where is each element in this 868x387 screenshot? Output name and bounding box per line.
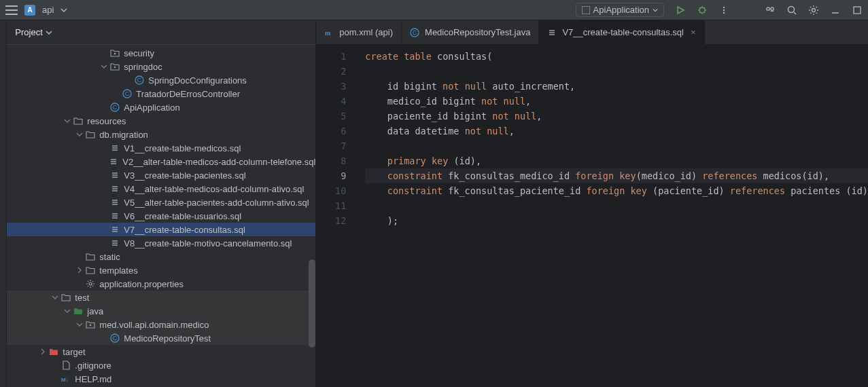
tree-item[interactable]: V4__alter-table-medicos-add-column-ativo… bbox=[7, 182, 315, 196]
code-line[interactable]: constraint fk_consultas_paciente_id fore… bbox=[365, 183, 868, 198]
run-button[interactable] bbox=[675, 5, 686, 16]
code-line[interactable]: constraint fk_consultas_medico_id foreig… bbox=[365, 168, 868, 183]
chevron-down-icon[interactable] bbox=[99, 62, 109, 71]
tree-item[interactable]: med.voll.api.domain.medico bbox=[7, 318, 315, 331]
tree-item-label: V2__alter-table-medicos-add-column-telef… bbox=[122, 157, 315, 167]
project-panel-header[interactable]: Project bbox=[7, 20, 315, 45]
tree-item-label: V6__create-table-usuarios.sql bbox=[124, 211, 241, 221]
tree-item-label: test bbox=[75, 293, 89, 303]
svg-rect-9 bbox=[854, 7, 861, 14]
code-line[interactable]: paciente_id bigint not null, bbox=[365, 109, 868, 124]
tree-item[interactable]: CMedicoRepositoryTest bbox=[7, 331, 315, 345]
tree-item[interactable]: .gitignore bbox=[7, 358, 315, 372]
scrollbar-thumb[interactable] bbox=[309, 259, 315, 348]
chevron-down-icon bbox=[653, 7, 658, 13]
code-line[interactable] bbox=[365, 198, 868, 213]
chevron-down-icon[interactable] bbox=[75, 130, 84, 139]
code-line[interactable]: data datetime not null, bbox=[365, 124, 868, 139]
line-number: 11 bbox=[316, 198, 346, 213]
line-number: 7 bbox=[316, 139, 346, 153]
class-icon: C bbox=[122, 89, 132, 98]
tree-item[interactable]: db.migration bbox=[7, 128, 315, 141]
editor-tab[interactable]: mpom.xml (api) bbox=[316, 20, 402, 44]
tree-item[interactable]: V8__create-table-motivo-cancelamento.sql bbox=[7, 236, 315, 250]
chevron-down-icon[interactable] bbox=[60, 7, 67, 14]
line-number: 2 bbox=[316, 64, 346, 79]
tree-item[interactable]: static bbox=[7, 250, 315, 263]
code-line[interactable]: create table consultas( bbox=[365, 49, 868, 64]
main-menu-icon[interactable] bbox=[5, 5, 18, 15]
tree-item[interactable]: resources bbox=[7, 114, 315, 128]
tree-item[interactable]: target bbox=[7, 345, 315, 358]
line-number: 8 bbox=[316, 153, 346, 168]
tree-item[interactable]: CTratadorDeErrosController bbox=[7, 87, 315, 100]
debug-button[interactable] bbox=[697, 5, 708, 16]
tree-item[interactable]: CSpringDocConfigurations bbox=[7, 73, 315, 87]
search-icon[interactable] bbox=[786, 5, 797, 16]
svg-point-5 bbox=[767, 7, 769, 10]
maximize-icon[interactable] bbox=[852, 5, 863, 16]
tree-item-label: V8__create-table-motivo-cancelamento.sql bbox=[124, 238, 292, 248]
settings-icon[interactable] bbox=[808, 5, 819, 16]
chevron-right-icon[interactable] bbox=[75, 265, 84, 275]
tree-item[interactable]: V6__create-table-usuarios.sql bbox=[7, 209, 315, 223]
tree-item[interactable]: springdoc bbox=[7, 60, 315, 73]
chevron-down-icon[interactable] bbox=[63, 306, 72, 316]
code-line[interactable]: id bigint not null auto_increment, bbox=[365, 79, 868, 94]
svg-text:C: C bbox=[137, 77, 142, 84]
tree-item[interactable]: security bbox=[7, 46, 315, 60]
code-content[interactable]: create table consultas( id bigint not nu… bbox=[355, 45, 868, 387]
tree-item[interactable]: java bbox=[7, 304, 315, 318]
editor-tab[interactable]: CMedicoRepositoryTest.java bbox=[402, 20, 539, 44]
tree-item-label: ApiApplication bbox=[124, 103, 179, 113]
tree-item-label: V3__create-table-pacientes.sql bbox=[124, 170, 245, 181]
code-line[interactable] bbox=[365, 139, 868, 153]
tree-item[interactable]: V1__create-table-medicos.sql bbox=[7, 141, 315, 155]
code-line[interactable]: ); bbox=[365, 213, 868, 228]
code-with-me-icon[interactable] bbox=[765, 5, 776, 16]
sql-icon bbox=[110, 143, 120, 153]
folder-icon bbox=[61, 293, 71, 302]
file-icon bbox=[61, 361, 71, 370]
tree-item[interactable]: application.properties bbox=[7, 277, 315, 291]
run-configurations-dropdown[interactable]: ApiApplication bbox=[576, 3, 664, 17]
svg-point-11 bbox=[114, 67, 116, 69]
chevron-down-icon[interactable] bbox=[50, 293, 60, 302]
tree-item[interactable]: M↓HELP.md bbox=[7, 372, 315, 386]
close-icon[interactable]: × bbox=[691, 27, 696, 37]
tree-item[interactable]: templates bbox=[7, 263, 315, 277]
minimize-icon[interactable] bbox=[830, 5, 841, 16]
chevron-down-icon[interactable] bbox=[63, 116, 72, 126]
tree-item[interactable]: V5__alter-table-pacientes-add-column-ati… bbox=[7, 196, 315, 209]
project-tree[interactable]: securityspringdocCSpringDocConfiguration… bbox=[7, 45, 315, 387]
project-tool-window: Project securityspringdocCSpringDocConfi… bbox=[7, 20, 316, 387]
code-line[interactable] bbox=[365, 64, 868, 79]
chevron-down-icon[interactable] bbox=[75, 320, 84, 329]
project-badge-icon: A bbox=[24, 5, 35, 16]
sql-icon bbox=[110, 184, 120, 194]
editor-gutter: 123456789101112 bbox=[316, 45, 355, 387]
tree-item[interactable]: CApiApplication bbox=[7, 100, 315, 114]
main-area: Project securityspringdocCSpringDocConfi… bbox=[0, 20, 868, 387]
project-name[interactable]: api bbox=[42, 5, 54, 15]
svg-point-4 bbox=[723, 12, 725, 13]
editor-tab[interactable]: V7__create-table-consultas.sql× bbox=[539, 20, 704, 44]
line-number: 9 bbox=[316, 168, 346, 183]
tool-window-rail[interactable] bbox=[0, 20, 7, 387]
svg-point-10 bbox=[114, 53, 116, 55]
class-icon: C bbox=[110, 333, 120, 343]
more-actions-icon[interactable] bbox=[718, 5, 729, 16]
tree-item[interactable]: V7__create-table-consultas.sql bbox=[7, 223, 315, 236]
tree-item-label: resources bbox=[87, 116, 126, 126]
chevron-right-icon[interactable] bbox=[38, 347, 48, 356]
code-line[interactable]: primary key (id), bbox=[365, 153, 868, 168]
tree-item-label: SpringDocConfigurations bbox=[148, 75, 247, 86]
tree-item[interactable]: V3__create-table-pacientes.sql bbox=[7, 168, 315, 182]
tree-item[interactable]: V2__alter-table-medicos-add-column-telef… bbox=[7, 155, 315, 168]
tree-item[interactable]: test bbox=[7, 291, 315, 304]
tree-item-label: V7__create-table-consultas.sql bbox=[124, 225, 245, 235]
svg-point-19 bbox=[90, 325, 92, 327]
svg-text:m: m bbox=[325, 29, 331, 37]
svg-point-2 bbox=[723, 6, 725, 7]
code-line[interactable]: medico_id bigint not null, bbox=[365, 94, 868, 109]
